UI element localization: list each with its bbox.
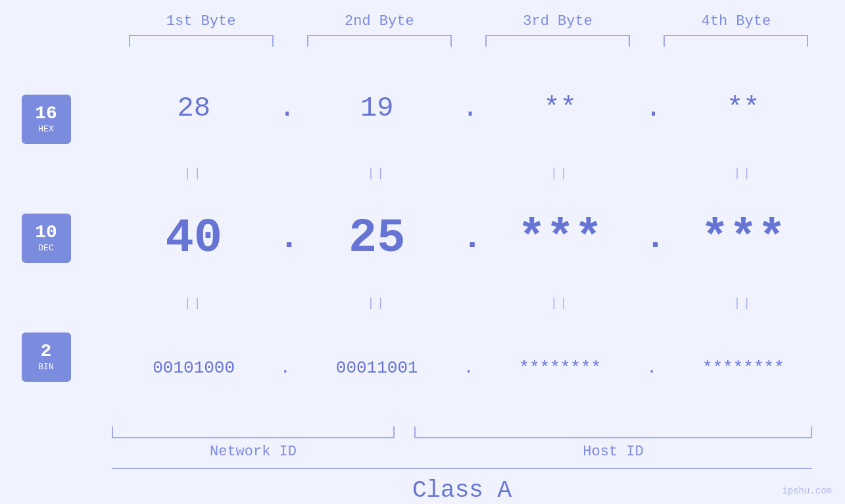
top-brackets xyxy=(92,35,845,47)
equals-row-2: || || || || xyxy=(92,293,845,313)
dec-b2-cell: 25 xyxy=(298,212,456,265)
hex-b2-cell: 19 xyxy=(298,93,456,124)
dec-dot1: . xyxy=(279,219,292,258)
eq1-b2: || xyxy=(298,167,456,180)
hex-b4-value: ** xyxy=(727,93,760,124)
dec-label: 10 DEC xyxy=(22,214,71,263)
hex-dot3: . xyxy=(645,93,658,124)
eq1-b1: || xyxy=(115,167,273,180)
byte1-header: 1st Byte xyxy=(122,13,280,30)
hex-b2-value: 19 xyxy=(360,93,393,124)
eq2-b2: || xyxy=(298,296,456,309)
bin-row: 00101000 . 00011001 . ******** . *******… xyxy=(92,313,845,423)
eq1-b3: || xyxy=(481,167,639,180)
hex-b3-cell: ** xyxy=(481,93,639,124)
dec-b4-value: *** xyxy=(701,212,786,265)
hex-dot2: . xyxy=(462,93,475,124)
dec-b1-value: 40 xyxy=(165,212,222,265)
bin-b2-cell: 00011001 xyxy=(298,358,456,378)
bin-dot2: . xyxy=(462,358,475,378)
dec-row: 40 . 25 . *** . *** xyxy=(92,183,845,294)
class-a-label: Class A xyxy=(412,477,512,504)
bin-b3-cell: ******** xyxy=(481,358,639,378)
network-id-label: Network ID xyxy=(112,444,395,460)
hex-b3-value: ** xyxy=(544,93,577,124)
network-bracket xyxy=(112,426,395,438)
equals-row-1: || || || || xyxy=(92,164,845,183)
hex-label: 16 HEX xyxy=(22,95,71,144)
dec-b4-cell: *** xyxy=(664,212,822,265)
main-container: 1st Byte 2nd Byte 3rd Byte 4th Byte 16 H… xyxy=(0,0,845,504)
bottom-labels-row: Network ID Host ID xyxy=(112,444,812,460)
bottom-brackets-row xyxy=(112,426,812,438)
dec-b1-cell: 40 xyxy=(115,212,273,265)
host-id-label: Host ID xyxy=(414,444,812,460)
class-section: Class A xyxy=(0,460,845,504)
bracket-4 xyxy=(664,35,808,47)
byte2-header: 2nd Byte xyxy=(301,13,458,30)
bracket-1 xyxy=(129,35,274,47)
rows-area: 16 HEX 10 DEC 2 BIN 28 . 19 xyxy=(0,53,845,423)
eq2-b1: || xyxy=(115,296,273,309)
hex-b1-value: 28 xyxy=(177,93,210,124)
hex-dot1: . xyxy=(279,93,292,124)
dec-dot3: . xyxy=(645,219,658,258)
eq2-b3: || xyxy=(481,296,639,309)
byte-headers: 1st Byte 2nd Byte 3rd Byte 4th Byte xyxy=(92,13,845,30)
bin-b4-cell: ******** xyxy=(664,358,822,378)
eq2-b4: || xyxy=(664,296,822,309)
dec-b3-value: *** xyxy=(518,212,603,265)
bin-b4-value: ******** xyxy=(702,358,785,378)
class-label-row: Class A xyxy=(112,477,812,504)
bracket-3 xyxy=(485,35,630,47)
bracket-2 xyxy=(307,35,452,47)
byte3-header: 3rd Byte xyxy=(479,13,637,30)
bin-b1-value: 00101000 xyxy=(153,358,235,378)
eq1-b4: || xyxy=(664,167,822,180)
bin-dot3: . xyxy=(645,358,658,378)
byte4-header: 4th Byte xyxy=(657,13,815,30)
dec-b2-value: 25 xyxy=(349,212,405,265)
content-grid: 28 . 19 . ** . ** || || xyxy=(92,53,845,423)
bin-dot1: . xyxy=(279,358,292,378)
bin-b1-cell: 00101000 xyxy=(115,358,273,378)
watermark: ipshu.com xyxy=(782,486,832,496)
hex-b1-cell: 28 xyxy=(115,93,273,124)
bin-b3-value: ******** xyxy=(519,358,601,378)
class-line xyxy=(112,468,812,469)
labels-column: 16 HEX 10 DEC 2 BIN xyxy=(0,53,92,423)
hex-b4-cell: ** xyxy=(664,93,822,124)
dec-b3-cell: *** xyxy=(481,212,639,265)
dec-dot2: . xyxy=(462,219,475,258)
hex-row: 28 . 19 . ** . ** xyxy=(92,53,845,164)
bin-b2-value: 00011001 xyxy=(336,358,418,378)
host-bracket xyxy=(414,426,812,438)
bin-label: 2 BIN xyxy=(22,332,71,382)
bottom-section: Network ID Host ID xyxy=(0,423,845,460)
